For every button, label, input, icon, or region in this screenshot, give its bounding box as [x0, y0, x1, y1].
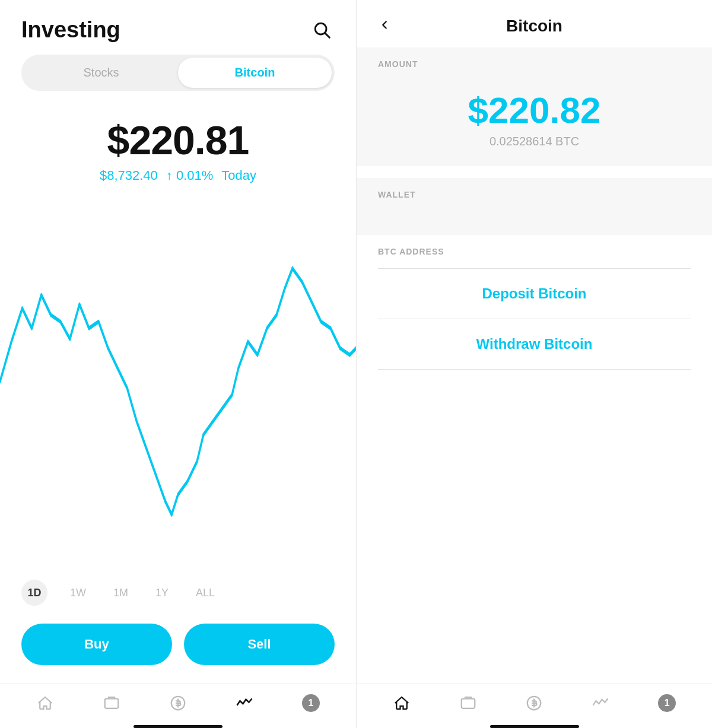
svg-rect-4 [461, 699, 475, 708]
nav-badge[interactable]: 1 [302, 694, 320, 712]
wallet-label: WALLET [357, 178, 712, 235]
nav-cash[interactable] [169, 694, 187, 712]
nav-home[interactable] [36, 694, 54, 712]
page-title: Investing [21, 17, 120, 43]
amount-label: AMOUNT [357, 47, 712, 77]
amount-section: AMOUNT $220.82 0.02528614 BTC [357, 47, 712, 166]
btc-price: $8,732.40 [100, 168, 158, 183]
home-indicator-right [490, 725, 579, 728]
action-buttons: Buy Sell [0, 618, 356, 683]
amount-value: $220.82 [357, 77, 712, 131]
sell-button[interactable]: Sell [184, 624, 335, 665]
time-filters: 1D 1W 1M 1Y ALL [0, 574, 356, 618]
tab-stocks[interactable]: Stocks [24, 58, 178, 88]
tab-bar: Stocks Bitcoin [21, 55, 335, 91]
right-nav-home[interactable] [393, 694, 411, 712]
right-bottom-nav: 1 [357, 683, 712, 718]
price-period: Today [221, 168, 256, 183]
right-panel: Bitcoin AMOUNT $220.82 0.02528614 BTC WA… [356, 0, 712, 728]
left-header: Investing [0, 0, 356, 55]
svg-rect-2 [105, 699, 119, 708]
right-nav-badge[interactable]: 1 [658, 694, 676, 712]
buy-button[interactable]: Buy [21, 624, 172, 665]
nav-media[interactable] [103, 694, 120, 712]
filter-1m[interactable]: 1M [109, 584, 133, 602]
search-button[interactable] [309, 17, 335, 43]
right-nav-activity[interactable] [592, 694, 609, 712]
deposit-bitcoin-button[interactable]: Deposit Bitcoin [357, 269, 712, 319]
price-section: $220.81 $8,732.40 ↑ 0.01% Today [0, 105, 356, 189]
right-nav-media[interactable] [459, 694, 477, 712]
price-change: ↑ 0.01% [166, 168, 214, 183]
filter-all[interactable]: ALL [191, 584, 220, 602]
main-price: $220.81 [21, 117, 335, 163]
filter-1y[interactable]: 1Y [151, 584, 173, 602]
withdraw-bitcoin-button[interactable]: Withdraw Bitcoin [357, 319, 712, 369]
amount-btc: 0.02528614 BTC [357, 131, 712, 148]
right-header: Bitcoin [357, 0, 712, 47]
filter-1w[interactable]: 1W [65, 584, 91, 602]
btc-address-label: BTC ADDRESS [357, 235, 712, 268]
tab-bitcoin[interactable]: Bitcoin [178, 58, 332, 88]
nav-activity[interactable] [236, 694, 253, 712]
back-button[interactable] [378, 17, 391, 36]
price-meta: $8,732.40 ↑ 0.01% Today [21, 168, 335, 183]
wallet-section: WALLET [357, 178, 712, 235]
right-nav-cash[interactable] [525, 694, 543, 712]
price-chart [0, 189, 356, 574]
svg-line-1 [325, 33, 329, 37]
home-indicator-left [134, 725, 223, 728]
left-panel: Investing Stocks Bitcoin $220.81 $8,732.… [0, 0, 356, 728]
filter-1d[interactable]: 1D [21, 580, 47, 606]
right-page-title: Bitcoin [506, 17, 562, 36]
left-bottom-nav: 1 [0, 683, 356, 718]
